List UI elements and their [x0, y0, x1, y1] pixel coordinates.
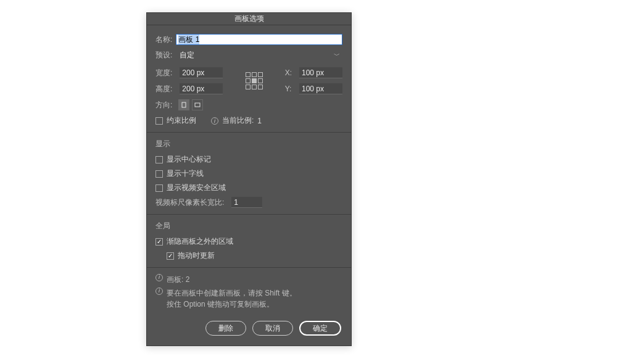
delete-button[interactable]: 删除	[205, 321, 246, 336]
info-icon: i	[155, 274, 163, 281]
y-input[interactable]	[299, 83, 342, 94]
ok-button[interactable]: 确定	[299, 321, 341, 336]
info-icon: i	[211, 117, 218, 125]
landscape-button[interactable]	[192, 99, 203, 110]
show-center-checkbox[interactable]	[155, 156, 163, 163]
height-input[interactable]	[180, 83, 223, 94]
fade-outside-label: 渐隐画板之外的区域	[167, 236, 233, 247]
artboard-options-dialog: 画板选项 名称: 预设: 自定 ﹀ 宽度: X: 高度: Y:	[146, 12, 352, 346]
landscape-icon	[194, 102, 201, 107]
dialog-title: 画板选项	[147, 13, 351, 25]
button-bar: 删除 取消 确定	[147, 315, 351, 345]
name-input[interactable]	[176, 34, 342, 45]
current-ratio-value: 1	[257, 117, 262, 125]
x-label: X:	[285, 68, 292, 77]
info-icon: i	[155, 287, 163, 295]
artboard-count-label: 画板:	[167, 275, 183, 284]
show-cross-label: 显示十字线	[167, 168, 204, 179]
show-safe-checkbox[interactable]	[155, 184, 163, 192]
show-center-label: 显示中心标记	[167, 154, 211, 165]
height-label: 高度:	[155, 84, 172, 94]
display-section-title: 显示	[155, 139, 342, 149]
svg-rect-0	[182, 102, 186, 107]
cancel-button[interactable]: 取消	[252, 321, 293, 336]
preset-label: 预设:	[155, 50, 172, 60]
x-input[interactable]	[299, 67, 342, 78]
pixel-aspect-input[interactable]	[231, 197, 262, 208]
show-cross-checkbox[interactable]	[155, 170, 163, 178]
update-drag-label: 拖动时更新	[178, 250, 215, 261]
fade-outside-checkbox[interactable]	[155, 238, 163, 246]
portrait-button[interactable]	[178, 99, 189, 110]
update-drag-checkbox[interactable]	[167, 252, 174, 260]
artboard-count-value: 2	[186, 275, 190, 284]
y-label: Y:	[285, 85, 292, 93]
hint-text-2: 按住 Option 键拖动可复制画板。	[167, 299, 297, 310]
constrain-checkbox[interactable]	[155, 117, 163, 125]
show-safe-label: 显示视频安全区域	[167, 183, 226, 193]
preset-value: 自定	[180, 50, 334, 60]
hint-text-1: 要在画板中创建新画板，请按 Shift 键。	[167, 287, 297, 299]
preset-dropdown[interactable]: 预设: 自定 ﹀	[155, 50, 342, 61]
name-label: 名称:	[155, 35, 172, 45]
info-block: i 画板: 2 i 要在画板中创建新画板，请按 Shift 键。 按住 Opti…	[155, 274, 342, 310]
portrait-icon	[181, 102, 186, 108]
constrain-label: 约束比例	[167, 115, 196, 126]
reference-point-grid[interactable]	[246, 72, 263, 89]
svg-rect-1	[195, 103, 200, 107]
width-label: 宽度:	[155, 68, 172, 78]
width-input[interactable]	[180, 67, 223, 78]
current-ratio-label: 当前比例:	[222, 115, 254, 126]
pixel-aspect-label: 视频标尺像素长宽比:	[155, 197, 224, 208]
chevron-down-icon: ﹀	[334, 51, 340, 60]
dialog-content: 名称: 预设: 自定 ﹀ 宽度: X: 高度: Y:	[147, 25, 351, 315]
global-section-title: 全局	[155, 221, 342, 231]
orientation-label: 方向:	[155, 100, 172, 110]
